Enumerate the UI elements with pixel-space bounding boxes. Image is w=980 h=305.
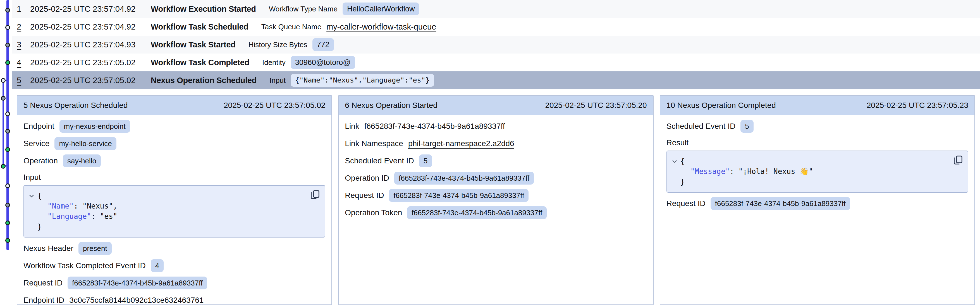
json-text: { xyxy=(681,156,685,166)
field-label: Request ID xyxy=(24,278,62,288)
field-label: Scheduled Event ID xyxy=(667,122,736,131)
json-key: "Language" xyxy=(48,211,91,222)
chevron-down-icon[interactable] xyxy=(29,191,37,201)
json-line: } xyxy=(672,177,947,187)
event-name: Workflow Task Started xyxy=(151,40,235,49)
code-gutter xyxy=(682,166,690,177)
code-gutter xyxy=(29,222,37,232)
field-label: Request ID xyxy=(345,191,384,200)
main-line xyxy=(6,0,9,250)
field-value-link[interactable]: f665283f-743e-4374-b45b-9a61a89337ff xyxy=(364,122,505,131)
field-label: Endpoint xyxy=(24,122,54,131)
event-row[interactable]: 12025-02-25 UTC 23:57:04.92Workflow Exec… xyxy=(12,0,980,18)
code-gutter xyxy=(39,211,48,222)
json-key: "Name" xyxy=(48,201,74,211)
timeline-marker-gray xyxy=(5,43,10,47)
event-attr-label: Identity xyxy=(262,58,286,67)
detail-field: Request IDf665283f-743e-4374-b45b-9a61a8… xyxy=(24,277,325,289)
event-timestamp: 2025-02-25 UTC 23:57:04.93 xyxy=(30,40,143,49)
json-viewer: {"Message": "¡Hola! Nexus 👋"} xyxy=(667,150,968,193)
event-id-link[interactable]: 4 xyxy=(17,58,27,67)
field-label: Service xyxy=(24,139,49,148)
event-id-link[interactable]: 2 xyxy=(17,22,27,32)
field-label: Link Namespace xyxy=(345,139,403,148)
json-line: "Message": "¡Hola! Nexus 👋" xyxy=(672,166,947,177)
detail-field: Operation IDf665283f-743e-4374-b45b-9a61… xyxy=(345,172,647,185)
detail-field: Nexus Headerpresent xyxy=(24,242,325,255)
event-id-link[interactable]: 5 xyxy=(17,76,27,85)
field-value-badge: 5 xyxy=(740,120,753,133)
timeline-marker-gray xyxy=(5,129,10,134)
chevron-down-icon[interactable] xyxy=(672,156,681,166)
panel-body: Endpointmy-nexus-endpointServicemy-hello… xyxy=(18,115,331,305)
timeline-marker-gray xyxy=(5,8,10,13)
event-attr-label: History Size Bytes xyxy=(248,40,307,49)
event-name: Workflow Execution Started xyxy=(151,5,256,14)
branch-line xyxy=(3,80,4,166)
field-label: Nexus Header xyxy=(24,244,73,253)
field-label: Request ID xyxy=(667,199,706,208)
field-value-badge: f665283f-743e-4374-b45b-9a61a89337ff xyxy=(711,197,850,210)
timeline-marker-light xyxy=(5,183,10,188)
field-value-badge: say-hello xyxy=(63,155,101,167)
panel-title: 5 Nexus Operation Scheduled xyxy=(24,101,128,110)
event-history-rows: 12025-02-25 UTC 23:57:04.92Workflow Exec… xyxy=(12,0,980,89)
panel-timestamp: 2025-02-25 UTC 23:57:05.20 xyxy=(545,101,647,110)
field-value-badge: f665283f-743e-4374-b45b-9a61a89337ff xyxy=(407,206,547,219)
event-name: Nexus Operation Scheduled xyxy=(151,76,256,85)
field-value-badge: 5 xyxy=(419,155,432,167)
field-value-link[interactable]: phil-target-namespace2.a2dd6 xyxy=(408,139,514,148)
event-attr-value-link[interactable]: my-caller-workflow-task-queue xyxy=(326,22,436,32)
field-label: Link xyxy=(345,122,359,131)
field-label: Operation Token xyxy=(345,208,402,217)
event-row[interactable]: 52025-02-25 UTC 23:57:05.02Nexus Operati… xyxy=(12,71,980,89)
detail-field: Scheduled Event ID5 xyxy=(667,120,968,133)
field-value-badge: my-hello-service xyxy=(54,137,116,150)
field-value-link[interactable]: 3c0c75ccfa8144b092c13ce632463761 xyxy=(69,296,204,305)
field-label: Result xyxy=(667,138,968,147)
event-attr-value-badge: HelloCallerWorkflow xyxy=(342,3,419,15)
detail-field: Request IDf665283f-743e-4374-b45b-9a61a8… xyxy=(345,189,647,202)
event-timestamp: 2025-02-25 UTC 23:57:04.92 xyxy=(30,22,143,32)
field-value-badge: f665283f-743e-4374-b45b-9a61a89337ff xyxy=(389,189,528,202)
json-viewer: {"Name": "Nexus","Language": "es"} xyxy=(24,185,325,237)
event-id-link[interactable]: 3 xyxy=(17,40,27,49)
event-timestamp: 2025-02-25 UTC 23:57:05.02 xyxy=(30,76,143,85)
field-label: Input xyxy=(24,173,325,182)
json-text: : xyxy=(91,211,100,222)
event-detail-panels: 5 Nexus Operation Scheduled2025-02-25 UT… xyxy=(17,95,975,305)
panel-header: 6 Nexus Operation Started2025-02-25 UTC … xyxy=(339,96,653,115)
event-row[interactable]: 42025-02-25 UTC 23:57:05.02Workflow Task… xyxy=(12,54,980,71)
copy-button[interactable] xyxy=(310,190,320,200)
field-value-badge: f665283f-743e-4374-b45b-9a61a89337ff xyxy=(394,172,534,185)
timeline-marker-gray xyxy=(1,96,6,101)
json-text: } xyxy=(37,222,42,232)
detail-field: Operationsay-hello xyxy=(24,155,325,167)
json-text: : xyxy=(730,166,738,177)
detail-field: Endpointmy-nexus-endpoint xyxy=(24,120,325,133)
json-text: "es" xyxy=(100,211,118,222)
event-row[interactable]: 22025-02-25 UTC 23:57:04.92Workflow Task… xyxy=(12,18,980,36)
json-text: "Nexus", xyxy=(83,201,117,211)
event-id-link[interactable]: 1 xyxy=(17,5,27,14)
event-attr-value-badge: 772 xyxy=(312,38,334,51)
timeline-marker-green xyxy=(1,164,6,169)
event-row[interactable]: 32025-02-25 UTC 23:57:04.93Workflow Task… xyxy=(12,36,980,54)
event-attr-value-badge: 30960@totoro@ xyxy=(291,56,355,69)
panel-header: 5 Nexus Operation Scheduled2025-02-25 UT… xyxy=(18,96,331,115)
detail-field: Linkf665283f-743e-4374-b45b-9a61a89337ff xyxy=(345,120,647,133)
timeline-marker-green xyxy=(5,238,10,243)
field-label: Operation xyxy=(24,156,58,165)
field-label: Scheduled Event ID xyxy=(345,156,414,165)
timeline-marker-green xyxy=(5,60,10,65)
event-attr-label: Task Queue Name xyxy=(261,22,321,31)
field-label: Workflow Task Completed Event ID xyxy=(24,261,146,270)
timeline-marker-light xyxy=(5,25,10,30)
field-value-badge: 4 xyxy=(151,259,164,272)
copy-button[interactable] xyxy=(953,155,963,166)
panel-body: Linkf665283f-743e-4374-b45b-9a61a89337ff… xyxy=(339,115,653,225)
panel-title: 10 Nexus Operation Completed xyxy=(667,101,776,110)
json-line: { xyxy=(672,156,947,166)
event-timestamp: 2025-02-25 UTC 23:57:04.92 xyxy=(30,5,143,14)
json-text: : xyxy=(74,201,83,211)
